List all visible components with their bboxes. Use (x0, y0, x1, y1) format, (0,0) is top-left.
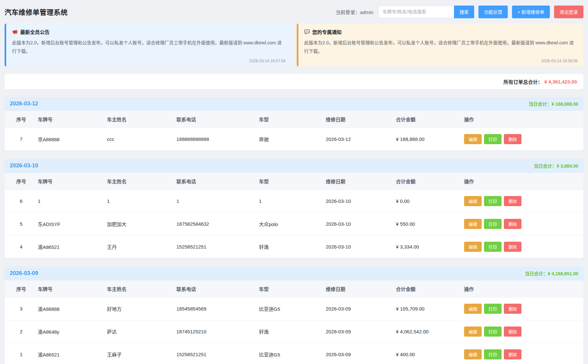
speech-bubble-icon (304, 29, 310, 35)
row-index: 5 (5, 212, 38, 235)
edit-button[interactable]: 编辑 (464, 326, 482, 337)
table-row: 3渝A88888好地方18545854569比亚迪G52026-03-09¥ 1… (5, 297, 583, 320)
print-button[interactable]: 打印 (484, 134, 502, 144)
column-header: 车牌号 (38, 111, 107, 128)
amount: ¥ 400.00 (396, 343, 464, 364)
delete-button[interactable]: 删除 (504, 326, 521, 337)
search-button[interactable]: 搜索 (454, 6, 474, 18)
column-header: 合计金额 (396, 111, 464, 128)
row-actions: 编辑打印删除 (464, 190, 583, 212)
row-index: 1 (5, 343, 38, 364)
column-header: 操作 (464, 111, 583, 128)
announcement-title: 最新全员公告 (20, 28, 50, 35)
announcement-title-row: 最新全员公告 (12, 28, 286, 35)
table-row: 2渝A8648y萨达18745125210轩逸2026-03-09¥ 4,062… (5, 320, 583, 343)
search-input[interactable] (378, 6, 454, 18)
column-header: 合计金额 (396, 173, 464, 190)
print-button[interactable]: 打印 (484, 349, 502, 359)
delete-button[interactable]: 删除 (504, 349, 521, 359)
repair-date: 2026-03-10 (326, 190, 396, 212)
app-title: 汽车维修单管理系统 (5, 7, 68, 17)
day-section: 2026-03-09 当日合计：¥ 4,168,651.00 序号车牌号车主姓名… (5, 266, 583, 364)
daily-total: 当日合计：¥ 4,168,651.00 (525, 270, 578, 277)
edit-button[interactable]: 编辑 (464, 304, 482, 314)
table-row: 611112026-03-10¥ 0.00编辑打印删除 (5, 190, 583, 212)
day-section: 2026-03-10 当日合计：¥ 3,884.00 序号车牌号车主姓名联系电话… (5, 159, 583, 258)
announcement-timestamp: 2026-03-14 16:07:54 (12, 59, 286, 63)
edit-button[interactable]: 编辑 (464, 349, 482, 359)
column-header: 联系电话 (176, 281, 259, 297)
car-model: 比亚迪G5 (259, 343, 326, 364)
phone-number: 187582584632 (176, 212, 259, 235)
announcement-body: 此版本为2.0，新增后台账号管理和公告发布，可以私发个人账号，适合修理厂员工带手… (12, 39, 286, 56)
delete-button[interactable]: 删除 (504, 196, 521, 206)
plate-number: 渝A8648y (38, 320, 107, 343)
repair-date: 2026-03-09 (326, 343, 396, 364)
table-body: 611112026-03-10¥ 0.00编辑打印删除5东ADISYF加肥加大1… (5, 190, 583, 258)
car-model: 比亚迪G5 (259, 297, 326, 320)
print-button[interactable]: 打印 (484, 304, 502, 314)
plate-number: 东ADISYF (38, 212, 107, 235)
column-header: 车牌号 (38, 281, 107, 297)
daily-total-amount: ¥ 4,168,651.00 (548, 271, 578, 276)
delete-button[interactable]: 删除 (504, 219, 521, 229)
table-row: 1渝A86521王麻子15258521251比亚迪G52026-03-09¥ 4… (5, 343, 583, 364)
daily-total-amount: ¥ 3,884.00 (557, 163, 578, 169)
amount: ¥ 550.00 (396, 212, 464, 235)
phone-number: 15258521251 (176, 343, 259, 364)
phone-number: 18745125210 (176, 320, 259, 343)
row-actions: 编辑打印删除 (464, 297, 583, 320)
delete-button[interactable]: 删除 (504, 304, 521, 314)
repair-date: 2026-03-12 (326, 128, 396, 150)
row-index: 4 (5, 235, 38, 258)
page: 汽车维修单管理系统 当前登录：admin 搜索 功能反馈 + 新增维修单 退出登… (0, 0, 588, 364)
daily-total: 当日合计：¥ 188,888.00 (529, 100, 578, 107)
column-header: 序号 (5, 281, 38, 297)
print-button[interactable]: 打印 (484, 242, 502, 252)
print-button[interactable]: 打印 (484, 196, 502, 206)
car-model: 奔驰 (259, 128, 326, 150)
edit-button[interactable]: 编辑 (464, 219, 482, 229)
login-label: 当前登录： (336, 9, 360, 15)
delete-button[interactable]: 删除 (504, 134, 521, 144)
edit-button[interactable]: 编辑 (464, 134, 482, 144)
daily-total-label: 当日合计： (534, 163, 557, 169)
amount: ¥ 4,062,542.00 (396, 320, 464, 343)
daily-total-label: 当日合计： (525, 271, 548, 276)
section-date: 2026-03-10 (10, 162, 38, 169)
print-button[interactable]: 打印 (484, 219, 502, 229)
row-index: 7 (5, 128, 38, 150)
megaphone-icon (12, 29, 18, 35)
owner-name: ccc (107, 128, 176, 150)
add-repair-order-button[interactable]: + 新增维修单 (512, 6, 550, 18)
orders-table: 序号车牌号车主姓名联系电话车型维修日期合计金额操作 3渝A88888好地方185… (5, 281, 583, 364)
owner-name: 王麻子 (107, 343, 176, 364)
delete-button[interactable]: 删除 (504, 242, 521, 252)
owner-name: 王丹 (107, 235, 176, 258)
car-model: 轩逸 (259, 235, 326, 258)
login-info: 当前登录：admin (336, 8, 373, 15)
edit-button[interactable]: 编辑 (464, 242, 482, 252)
phone-number: 18545854569 (176, 297, 259, 320)
day-header: 2026-03-09 当日合计：¥ 4,168,651.00 (5, 266, 583, 281)
orders-grand-total-card: 所有订单总合计： ¥ 4,361,423.00 (5, 74, 583, 89)
feedback-button[interactable]: 功能反馈 (478, 6, 508, 18)
notices: 最新全员公告 此版本为2.0，新增后台账号管理和公告发布，可以私发个人账号，适合… (5, 23, 583, 67)
car-model: 轩逸 (259, 320, 326, 343)
column-header: 维修日期 (326, 281, 396, 297)
table-header-row: 序号车牌号车主姓名联系电话车型维修日期合计金额操作 (5, 281, 583, 297)
edit-button[interactable]: 编辑 (464, 196, 482, 206)
personal-notice-title-row: 您的专属通知 (304, 28, 578, 35)
column-header: 维修日期 (326, 111, 396, 128)
plate-number: 渝A86521 (38, 235, 107, 258)
row-index: 6 (5, 190, 38, 212)
table-row: 5东ADISYF加肥加大187582584632大众polo2026-03-10… (5, 212, 583, 235)
row-index: 3 (5, 297, 38, 320)
day-sections: 2026-03-12 当日合计：¥ 188,888.00 序号车牌号车主姓名联系… (5, 97, 583, 364)
print-button[interactable]: 打印 (484, 326, 502, 337)
table-row: 7京A88888ccc188888888888奔驰2026-03-12¥ 188… (5, 128, 583, 150)
repair-date: 2026-03-10 (326, 235, 396, 258)
day-header: 2026-03-12 当日合计：¥ 188,888.00 (5, 97, 583, 111)
plate-number: 渝A88888 (38, 297, 107, 320)
logout-button[interactable]: 退出登录 (554, 6, 583, 18)
